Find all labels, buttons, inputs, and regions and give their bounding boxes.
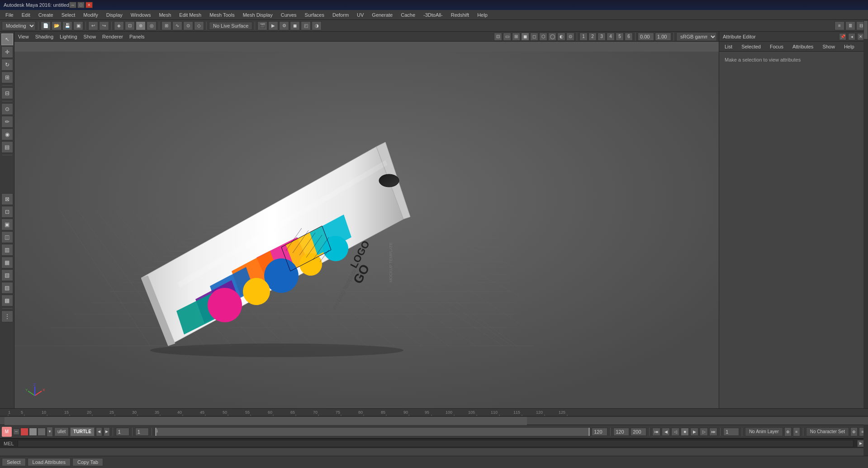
fx-btn[interactable]: ◑ [312, 21, 322, 30]
save-file-btn[interactable]: 💾 [62, 21, 72, 30]
attr-tab-focus[interactable]: Focus [766, 43, 787, 50]
stop-btn[interactable]: ■ [681, 428, 689, 436]
layer-down-btn[interactable]: ▼ [47, 427, 53, 437]
step-fwd-btn[interactable]: ▷ [700, 428, 708, 436]
attr-tab-attributes[interactable]: Attributes [789, 43, 817, 50]
anim-layer-btn-2[interactable]: ≡ [793, 427, 800, 436]
vp-icon-9[interactable]: ⊙ [566, 33, 574, 41]
menu-help[interactable]: Help [474, 11, 491, 19]
open-file-btn[interactable]: 📂 [52, 21, 62, 30]
menu-display[interactable]: Display [103, 11, 126, 19]
menu-cache[interactable]: Cache [397, 11, 419, 19]
menu-windows[interactable]: Windows [127, 11, 155, 19]
layer-editor-btn[interactable]: ⊠ [1, 193, 13, 205]
play-back-btn[interactable]: ◁ [671, 428, 679, 436]
menu-surfaces[interactable]: Surfaces [301, 11, 328, 19]
vp-menu-panels[interactable]: Panels [128, 33, 147, 40]
attr-collapse-btn[interactable]: ◂ [848, 33, 855, 40]
menu-uv[interactable]: UV [353, 11, 367, 19]
menu-edit-mesh[interactable]: Edit Mesh [175, 11, 205, 19]
channel-box-btn[interactable]: ≡ [835, 21, 844, 30]
soft-select-btn[interactable]: ◎ [147, 21, 157, 30]
minimize-button[interactable]: ─ [69, 2, 76, 8]
vp-value1[interactable] [638, 33, 654, 41]
select-mode-btn[interactable]: ◈ [114, 21, 124, 30]
vp-menu-view[interactable]: View [16, 33, 31, 40]
menu-deform[interactable]: Deform [329, 11, 352, 19]
paint-select-btn[interactable]: ⊕ [136, 21, 146, 30]
rotate-tool-btn[interactable]: ↻ [1, 59, 13, 71]
frame-current-input[interactable] [135, 428, 149, 436]
undo-btn[interactable]: ↩ [88, 21, 98, 30]
snap-curve-btn[interactable]: ∿ [172, 21, 182, 30]
snap-surface-btn[interactable]: ◇ [194, 21, 204, 30]
hypershade-btn[interactable]: ◼ [290, 21, 300, 30]
vp-menu-shading[interactable]: Shading [33, 33, 55, 40]
attr-tab-show[interactable]: Show [819, 43, 839, 50]
frame-end3-input[interactable] [631, 428, 646, 436]
vp-icon-1[interactable]: ⊡ [494, 33, 502, 41]
timeline-track[interactable] [0, 416, 868, 425]
redirect-tool-btn[interactable]: ▤ [1, 141, 13, 153]
menu-mesh-display[interactable]: Mesh Display [239, 11, 276, 19]
vp-icon-4[interactable]: ◼ [521, 33, 529, 41]
layer-btn-6[interactable]: ▦ [1, 257, 13, 268]
anim-layer-btn-1[interactable]: ⊕ [784, 427, 792, 436]
last-tool-btn[interactable]: ⊟ [1, 87, 13, 99]
turtle-layer-label[interactable]: TURTLE [70, 427, 94, 436]
layer-btn-8[interactable]: ▨ [1, 282, 13, 294]
vp-icon-3[interactable]: ⊞ [512, 33, 520, 41]
vp-icon-6[interactable]: ⬡ [539, 33, 547, 41]
vp-icon-5[interactable]: ◻ [530, 33, 538, 41]
move-tool-btn[interactable]: ✛ [1, 46, 13, 58]
vp-display-1[interactable]: 1 [579, 33, 588, 41]
vp-icon-8[interactable]: ◐ [557, 33, 565, 41]
menu-3dtoall[interactable]: -3DtoAll- [420, 11, 446, 19]
vp-value2[interactable] [655, 33, 671, 41]
select-tool-btn[interactable]: ↖ [1, 33, 13, 45]
gamma-dropdown[interactable]: sRGB gamma [676, 32, 717, 41]
frame-end-input[interactable] [592, 428, 607, 436]
menu-curves[interactable]: Curves [277, 11, 300, 19]
step-back-btn[interactable]: ◀ [662, 428, 670, 436]
char-set-btn-1[interactable]: ⊕ [850, 427, 858, 436]
vp-display-3[interactable]: 3 [598, 33, 606, 41]
menu-generate[interactable]: Generate [368, 11, 396, 19]
attr-editor-scrollbar[interactable] [863, 20, 868, 468]
vp-menu-lighting[interactable]: Lighting [58, 33, 79, 40]
viewport-canvas[interactable]: mockup template LOGO GO MOCKUP TEMPLATE [14, 52, 719, 408]
attr-pin-btn[interactable]: 📌 [839, 33, 846, 40]
layer-btn-4[interactable]: ◫ [1, 231, 13, 243]
select-button[interactable]: Select [2, 458, 26, 466]
layer-btn-9[interactable]: ▩ [1, 295, 13, 306]
playback-range[interactable]: 1 [155, 427, 590, 436]
vp-display-5[interactable]: 5 [616, 33, 624, 41]
play-fwd-btn[interactable]: ▶ [690, 428, 698, 436]
vp-menu-renderer[interactable]: Renderer [100, 33, 125, 40]
layer-btn-3[interactable]: ▣ [1, 219, 13, 230]
load-attributes-button[interactable]: Load Attributes [28, 458, 71, 466]
maximize-button[interactable]: □ [77, 2, 85, 8]
new-file-btn[interactable]: 📄 [41, 21, 51, 30]
goto-start-btn[interactable]: ⏮ [652, 428, 660, 436]
layer-btn-7[interactable]: ▧ [1, 269, 13, 281]
range-end-handle[interactable] [588, 428, 590, 436]
vp-menu-show[interactable]: Show [82, 33, 98, 40]
render-settings-btn[interactable]: ⚙ [279, 21, 289, 30]
menu-file[interactable]: File [2, 11, 17, 19]
sculpt-btn[interactable]: ✏ [1, 116, 13, 128]
layer-prev-btn[interactable]: ◀ [96, 427, 102, 436]
mode-dropdown[interactable]: Modeling [2, 21, 36, 30]
vp-display-2[interactable]: 2 [588, 33, 597, 41]
render-btn[interactable]: 🎬 [257, 21, 267, 30]
paint-skin-btn[interactable]: ◉ [1, 129, 13, 140]
layer-btn-2[interactable]: ⊡ [1, 206, 13, 218]
menu-create[interactable]: Create [35, 11, 57, 19]
layer-next-btn[interactable]: ▶ [104, 427, 110, 436]
lasso-select-btn[interactable]: ⊡ [125, 21, 135, 30]
vp-display-4[interactable]: 4 [607, 33, 615, 41]
close-button[interactable]: ✕ [85, 2, 93, 8]
extra-btn[interactable]: ⋮ [1, 310, 13, 322]
attr-editor-btn[interactable]: ≣ [845, 21, 855, 30]
vp-display-6[interactable]: 6 [625, 33, 633, 41]
